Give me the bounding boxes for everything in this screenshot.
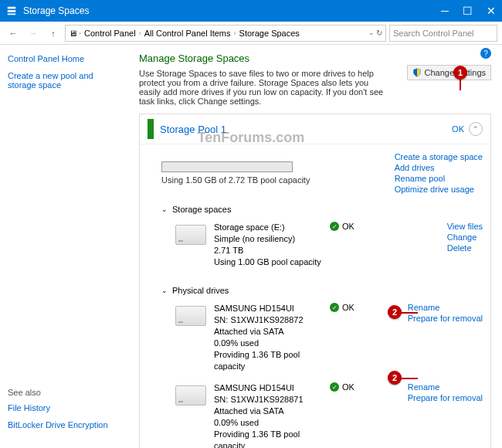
section-header-spaces[interactable]: ⌄ Storage spaces [161, 205, 490, 214]
link-add-drives[interactable]: Add drives [395, 163, 483, 172]
link-rename-drive[interactable]: Rename [408, 382, 483, 392]
main-content: ? Manage Storage Spaces Use Storage Spac… [131, 45, 502, 448]
annotation-1: 1 [453, 66, 467, 80]
pool-status: OK [452, 124, 464, 134]
drive-attach: Attached via SATA [214, 406, 322, 417]
section-storage-spaces: ⌄ Storage spaces Storage space (E:) Simp… [161, 205, 490, 275]
drive-status: OK [342, 382, 354, 392]
link-create-space[interactable]: Create a storage space [395, 152, 483, 161]
drive-icon [175, 306, 206, 326]
crumb-2[interactable]: Storage Spaces [238, 29, 301, 38]
window-title: Storage Spaces [23, 5, 89, 16]
capacity-bar [161, 161, 293, 172]
help-icon[interactable]: ? [480, 48, 491, 59]
drive-title: SAMSUNG HD154UI [214, 303, 322, 314]
crumb-0[interactable]: Control Panel [83, 29, 137, 38]
storage-pool: Storage Pool 1 OK ⌃ Using 1.50 GB of 2.7… [139, 114, 491, 448]
physical-drive-item: SAMSUNG HD154UI SN: S1XWJ1KS928872 Attac… [161, 300, 490, 379]
capacity-text: Using 1.50 GB of 2.72 TB pool capacity [161, 175, 310, 185]
drive-sn: SN: S1XWJ1KS928871 [214, 394, 322, 406]
drive-attach: Attached via SATA [214, 326, 322, 338]
link-rename-pool[interactable]: Rename pool [395, 174, 483, 183]
seealso-label: See also [8, 388, 108, 397]
chevron-down-icon: ⌄ [161, 205, 168, 213]
pool-status-bar [148, 119, 154, 139]
section-physical-drives: ⌄ Physical drives SAMSUNG HD154UI SN: S1… [161, 286, 490, 448]
link-rename-drive[interactable]: Rename [408, 303, 483, 312]
drive-providing: Providing 1.36 TB pool capacity [214, 429, 322, 448]
sidebar: Control Panel Home Create a new pool and… [0, 45, 131, 448]
ok-icon: ✓ [330, 222, 339, 231]
forward-button[interactable]: → [25, 25, 42, 42]
maximize-button[interactable]: ☐ [463, 5, 473, 17]
space-resiliency: Simple (no resiliency) [214, 233, 322, 245]
page-heading: Manage Storage Spaces [139, 53, 491, 64]
link-optimize[interactable]: Optimize drive usage [395, 185, 483, 194]
collapse-icon[interactable]: ⌃ [469, 122, 483, 136]
ok-icon: ✓ [330, 303, 339, 312]
annotation-line [460, 80, 461, 90]
titlebar: Storage Spaces ─ ☐ ✕ [0, 0, 502, 22]
nav-toolbar: ← → ↑ 🖥 › Control Panel › All Control Pa… [0, 22, 502, 45]
physical-drive-item: SAMSUNG HD154UI SN: S1XWJ1KS928871 Attac… [161, 379, 490, 448]
crumb-1[interactable]: All Control Panel Items [143, 29, 232, 38]
annotation-2: 2 [388, 305, 402, 319]
svg-rect-1 [8, 10, 16, 12]
drive-sn: SN: S1XWJ1KS928872 [214, 314, 322, 326]
drive-providing: Providing 1.36 TB pool capacity [214, 349, 322, 372]
annotation-line [401, 378, 418, 379]
drive-used: 0.09% used [214, 417, 322, 429]
sidebar-home[interactable]: Control Panel Home [8, 54, 124, 63]
breadcrumb[interactable]: 🖥 › Control Panel › All Control Panel It… [65, 25, 386, 42]
link-view-files[interactable]: View files [447, 222, 483, 231]
search-input[interactable]: Search Control Panel [389, 25, 497, 42]
change-settings-button[interactable]: Change settings [407, 65, 492, 80]
link-prepare-removal[interactable]: Prepare for removal [408, 314, 483, 323]
breadcrumb-dropdown-icon[interactable]: ⌄ [368, 29, 375, 37]
link-change[interactable]: Change [447, 232, 483, 242]
annotation-line [401, 312, 418, 314]
up-button[interactable]: ↑ [45, 25, 62, 42]
pool-name: Storage Pool 1 [160, 124, 452, 135]
back-button[interactable]: ← [5, 25, 22, 42]
refresh-icon[interactable]: ↻ [376, 29, 382, 37]
chevron-down-icon: ⌄ [161, 287, 168, 294]
drive-title: SAMSUNG HD154UI [214, 382, 322, 394]
space-usage: Using 1.00 GB pool capacity [214, 256, 322, 268]
app-icon [6, 5, 17, 16]
shield-icon [412, 68, 422, 77]
storage-space-item: Storage space (E:) Simple (no resiliency… [161, 219, 490, 275]
space-title: Storage space (E:) [214, 222, 322, 233]
minimize-button[interactable]: ─ [441, 5, 449, 17]
sidebar-create-pool[interactable]: Create a new pool and storage space [8, 71, 124, 90]
ok-icon: ✓ [330, 382, 339, 392]
drive-status: OK [342, 303, 354, 312]
bc-icon: 🖥 [69, 29, 77, 38]
space-size: 2.71 TB [214, 245, 322, 256]
drive-icon [175, 385, 206, 406]
page-description: Use Storage Spaces to save files to two … [139, 69, 386, 106]
pool-header[interactable]: Storage Pool 1 OK ⌃ [140, 114, 490, 144]
svg-rect-0 [8, 7, 16, 9]
drive-icon [175, 225, 206, 245]
space-status: OK [342, 222, 354, 231]
section-header-drives[interactable]: ⌄ Physical drives [161, 286, 490, 295]
seealso-bitlocker[interactable]: BitLocker Drive Encryption [8, 420, 108, 429]
svg-rect-2 [8, 14, 16, 15]
link-prepare-removal[interactable]: Prepare for removal [408, 393, 483, 402]
drive-used: 0.09% used [214, 338, 322, 349]
close-button[interactable]: ✕ [487, 5, 496, 17]
link-delete[interactable]: Delete [447, 243, 483, 253]
seealso-file-history[interactable]: File History [8, 403, 108, 412]
annotation-3: 2 [388, 371, 402, 385]
